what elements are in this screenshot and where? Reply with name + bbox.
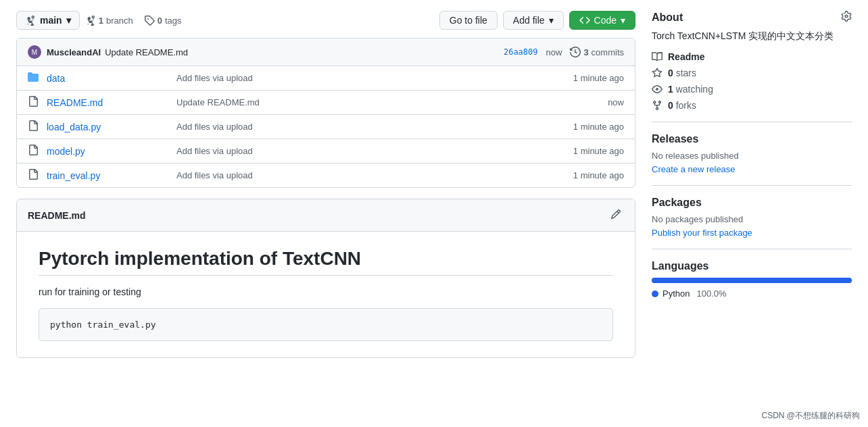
sidebar-divider-1 [652, 122, 852, 122]
publish-package-link[interactable]: Publish your first package [652, 228, 752, 238]
file-icon-2 [28, 120, 41, 133]
watching-stat: 1 watching [652, 84, 852, 95]
goto-file-button[interactable]: Go to file [439, 11, 498, 30]
watching-link[interactable]: 1 [668, 84, 673, 95]
python-pct: 100.0% [696, 288, 726, 299]
file-time-2: 1 minute ago [556, 122, 624, 132]
code-label: Code [594, 15, 617, 26]
readme-header: README.md [17, 199, 635, 232]
forks-count: 0 forks [668, 100, 696, 111]
commit-message: Update README.md [105, 47, 188, 57]
file-icon-3 [28, 145, 41, 157]
file-svg-4 [28, 169, 39, 180]
file-row: model.py Add files via upload 1 minute a… [17, 139, 635, 164]
goto-file-label: Go to file [450, 15, 487, 26]
releases-section: Releases No releases published Create a … [652, 133, 852, 174]
gear-icon [841, 11, 852, 22]
file-table: M MuscleandAI Update README.md 26aa809 n… [16, 38, 635, 188]
file-time-0: 1 minute ago [556, 73, 624, 83]
file-commit-0: Add files via upload [176, 73, 556, 83]
commit-right: 26aa809 now 3 commits [504, 47, 624, 57]
releases-none-text: No releases published [652, 151, 852, 161]
branch-count-icon [85, 15, 96, 26]
tag-count-link[interactable]: 0 tags [144, 15, 182, 26]
commit-author[interactable]: MuscleandAI [47, 47, 101, 57]
file-svg-3 [28, 145, 39, 155]
commit-time: now [546, 47, 562, 57]
pencil-icon [610, 209, 621, 220]
sidebar: About Torch TextCNN+LSTM 实现的中文文本分类 Readm… [652, 11, 852, 358]
avatar: M [28, 45, 41, 59]
readme-stat: Readme [652, 51, 852, 62]
file-name-4[interactable]: train_eval.py [41, 170, 176, 181]
packages-section: Packages No packages published Publish y… [652, 197, 852, 238]
file-commit-1: Update README.md [176, 97, 556, 107]
file-svg-2 [28, 120, 39, 131]
branch-name: main [40, 15, 62, 26]
branch-meta: 1 branch 0 tags [85, 15, 182, 26]
stars-stat: 0 stars [652, 68, 852, 78]
packages-title: Packages [652, 197, 852, 209]
main-content: main ▾ 1 branch 0 tags [16, 11, 635, 358]
file-time-4: 1 minute ago [556, 170, 624, 180]
releases-title: Releases [652, 133, 852, 145]
eye-icon [652, 84, 662, 95]
commits-count: 3 [583, 47, 588, 57]
file-row: data Add files via upload 1 minute ago [17, 66, 635, 91]
readme-link[interactable]: Readme [668, 51, 704, 62]
file-name-3[interactable]: model.py [41, 146, 176, 157]
about-title: About [652, 11, 683, 24]
file-commit-3: Add files via upload [176, 146, 556, 156]
add-file-label: Add file [513, 15, 545, 26]
folder-svg [28, 72, 39, 82]
branch-count: 1 [99, 16, 103, 26]
create-release-link[interactable]: Create a new release [652, 164, 736, 174]
readme-heading: Pytorch implementation of TextCNN [39, 248, 613, 276]
readme-desc: run for training or testing [39, 286, 613, 297]
forks-link[interactable]: 0 [668, 100, 673, 111]
tag-count: 0 [158, 16, 162, 26]
file-svg-1 [28, 96, 39, 107]
branch-count-link[interactable]: 1 branch [85, 15, 133, 26]
readme-content: Pytorch implementation of TextCNN run fo… [17, 232, 635, 357]
file-icon-1 [28, 96, 41, 109]
code-button[interactable]: Code ▾ [569, 11, 635, 30]
commits-label: commits [592, 47, 624, 57]
about-header: About [652, 11, 852, 24]
stars-link[interactable]: 0 [668, 68, 673, 78]
file-name-1[interactable]: README.md [41, 97, 176, 108]
branch-bar: main ▾ 1 branch 0 tags [16, 11, 635, 30]
watching-count: 1 watching [668, 84, 713, 95]
branch-label: branch [106, 16, 133, 26]
languages-title: Languages [652, 260, 852, 272]
code-icon [579, 15, 590, 26]
sidebar-divider-2 [652, 185, 852, 186]
language-bar [652, 278, 852, 283]
about-description: Torch TextCNN+LSTM 实现的中文文本分类 [652, 29, 852, 43]
python-bar [652, 278, 852, 283]
settings-button[interactable] [841, 11, 852, 24]
commit-row: M MuscleandAI Update README.md 26aa809 n… [17, 39, 635, 66]
commit-hash[interactable]: 26aa809 [504, 47, 538, 57]
readme-edit-button[interactable] [608, 206, 624, 224]
file-name-0[interactable]: data [41, 73, 176, 84]
file-commit-4: Add files via upload [176, 170, 556, 180]
file-row: README.md Update README.md now [17, 91, 635, 115]
python-lang: Python 100.0% [652, 288, 852, 299]
file-time-1: now [556, 97, 624, 107]
fork-icon [652, 100, 662, 111]
add-file-arrow: ▾ [549, 15, 554, 26]
branch-selector[interactable]: main ▾ [16, 11, 80, 30]
stars-count: 0 stars [668, 68, 696, 78]
file-icon-4 [28, 169, 41, 182]
folder-icon [28, 72, 41, 84]
commits-link[interactable]: 3 commits [570, 47, 624, 57]
python-dot [652, 291, 658, 297]
add-file-button[interactable]: Add file ▾ [503, 11, 564, 30]
readme-code: python train_eval.py [39, 308, 613, 341]
file-time-3: 1 minute ago [556, 146, 624, 156]
file-name-2[interactable]: load_data.py [41, 122, 176, 132]
packages-none-text: No packages published [652, 214, 852, 224]
tag-label: tags [165, 16, 182, 26]
about-section: About Torch TextCNN+LSTM 实现的中文文本分类 Readm… [652, 11, 852, 111]
